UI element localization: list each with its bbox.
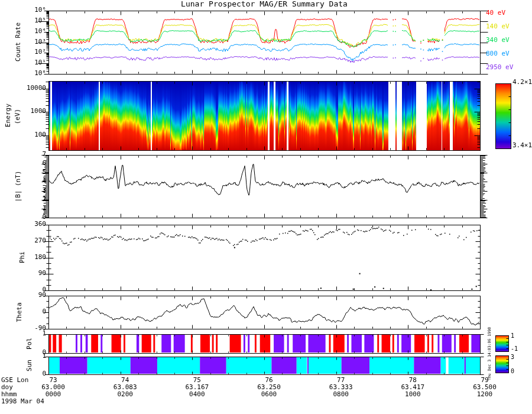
- xtick-label-hhmm: 0800: [317, 391, 365, 398]
- ytick-label-phi: 270: [11, 237, 46, 244]
- ylabel-energy: Energy: [5, 104, 12, 127]
- ytick-label-count_rate: 10⁴: [11, 28, 46, 35]
- ytick-label-bmag: 1: [11, 205, 46, 212]
- xtick-label-hhmm: 1200: [461, 391, 508, 398]
- ytick-label-phi: 90: [11, 270, 46, 277]
- xtick-label-hhmm: 0600: [245, 391, 293, 398]
- ytick-label-count_rate: 10⁰: [11, 70, 46, 77]
- ylabel-sun: Sun: [26, 360, 33, 371]
- plot-generated-timestamp: Thu Dec 3 14:03:06 1998: [488, 327, 492, 380]
- ytick-label-spectrogram: 10000: [11, 85, 46, 92]
- legend-entry-2950-eV: 2950 eV: [486, 64, 513, 71]
- ytick-label-spectrogram: 1000: [11, 108, 46, 115]
- legend-entry-140-eV: 140 eV: [486, 23, 510, 30]
- ytick-label-count_rate: 10²: [11, 48, 46, 56]
- colorbar-min-label: 3.4×10⁰: [512, 142, 532, 149]
- ytick-label-bmag: 3: [11, 187, 46, 194]
- sun-colorbar-max: 3: [511, 354, 514, 361]
- xtick-label-hhmm: 1000: [389, 391, 436, 398]
- xaxis-date-label: 1998 Mar 04: [1, 398, 44, 405]
- colorbar-max-label: 4.2×10⁵: [512, 79, 532, 86]
- ytick-label-bmag: 7: [11, 151, 46, 158]
- ytick-label-bmag: 5: [11, 169, 46, 176]
- ytick-label-count_rate: 10³: [11, 38, 46, 46]
- plot-canvas: [0, 0, 532, 414]
- ytick-label-phi: 180: [11, 254, 46, 261]
- pol-colorbar-max: 1: [511, 332, 514, 339]
- ytick-label-bmag: 2: [11, 196, 46, 203]
- ytick-label-pol: 1: [11, 330, 46, 337]
- pol-colorbar-min: -1: [511, 345, 518, 352]
- ylabel-pol: Pol: [26, 338, 33, 350]
- ytick-label-spectrogram: 100: [11, 131, 46, 138]
- ytick-label-sun: 1: [11, 352, 46, 360]
- ytick-label-bmag: 6: [11, 160, 46, 167]
- ytick-label-theta: 90: [11, 292, 46, 299]
- ytick-label-count_rate: 10⁶: [11, 7, 46, 14]
- legend-entry-40-eV: 40 eV: [486, 9, 505, 17]
- legend-entry-340-eV: 340 eV: [486, 37, 510, 44]
- page-title: Lunar Prospector MAG/ER Summary Data: [48, 1, 480, 8]
- ytick-label-count_rate: 10¹: [11, 59, 46, 66]
- ytick-label-bmag: 4: [11, 177, 46, 185]
- xtick-label-hhmm: 0400: [173, 391, 220, 398]
- sun-colorbar-min: 0: [511, 368, 514, 375]
- ytick-label-phi: 360: [11, 221, 46, 228]
- ytick-label-count_rate: 10⁵: [11, 17, 46, 24]
- lp-mager-summary-plot: Lunar Prospector MAG/ER Summary Data Cou…: [0, 0, 532, 414]
- xtick-label-hhmm: 0000: [30, 391, 77, 398]
- xtick-label-hhmm: 0200: [102, 391, 149, 398]
- legend-entry-800-eV: 800 eV: [486, 50, 510, 57]
- ytick-label-theta: 0: [11, 308, 46, 315]
